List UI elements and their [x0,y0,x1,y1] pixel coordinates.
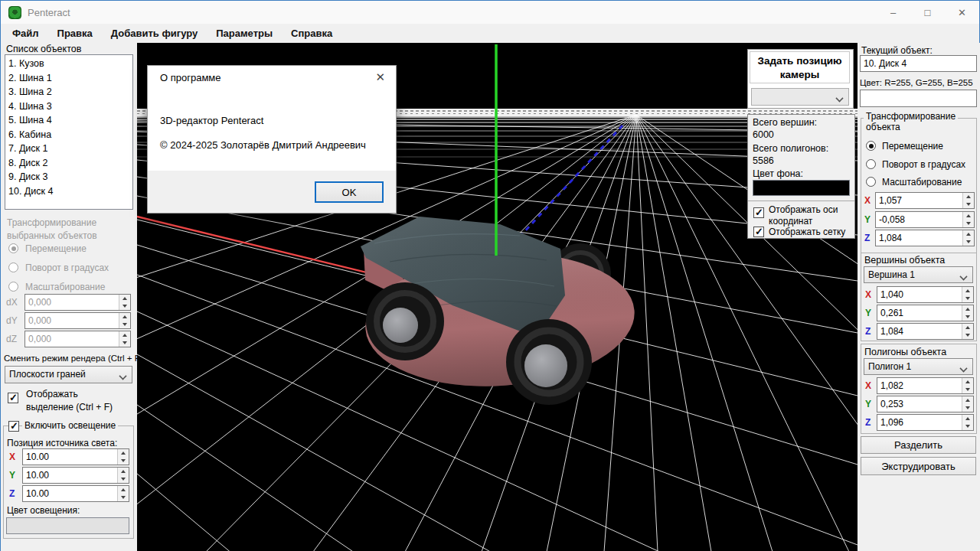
set-camera-position-button[interactable]: Задать позицию камеры [750,51,850,83]
spinner-down-icon[interactable] [962,386,973,393]
polygon-x-spinner[interactable]: 1,082 [877,377,974,394]
current-object-field[interactable]: 10. Диск 4 [860,55,977,72]
dx-spinner[interactable]: 0,000 [24,294,131,311]
list-item[interactable]: 9. Диск 3 [5,170,132,184]
dz-value[interactable]: 0,000 [28,334,51,344]
menu-edit[interactable]: Правка [48,24,102,43]
spinner-down-icon[interactable] [962,422,973,430]
dy-value[interactable]: 0,000 [28,315,51,326]
list-item[interactable]: 4. Шина 3 [5,99,132,114]
spinner-down-icon[interactable] [118,457,129,465]
radio-scale-object[interactable] [866,177,876,187]
radio-rotate-selected[interactable] [8,262,18,272]
light-x-spinner[interactable]: 10.00 [22,448,129,465]
close-button[interactable]: ✕ [945,1,979,24]
spinner-up-icon[interactable] [962,324,973,331]
maximize-button[interactable]: □ [910,1,945,24]
object-y-spinner[interactable]: -0,058 [875,211,975,228]
menu-add-figure[interactable]: Добавить фигуру [102,24,207,43]
dz-spinner[interactable]: 0,000 [24,331,131,347]
list-item[interactable]: 1. Кузов [5,57,132,71]
spinner-up-icon[interactable] [962,305,973,313]
render-mode-combo[interactable]: Плоскости граней [5,366,132,383]
spinner-up-icon[interactable] [962,378,973,386]
spinner-down-icon[interactable] [962,404,973,412]
list-item[interactable]: 5. Шина 4 [5,113,132,128]
dx-value[interactable]: 0,000 [28,297,51,308]
vertex-combo[interactable]: Вершина 1 [864,266,973,283]
light-y-spinner[interactable]: 10.00 [22,467,129,484]
enable-lighting-checkbox[interactable] [8,421,19,432]
vertex-y-spinner[interactable]: 0,261 [877,305,974,321]
light-z-value[interactable]: 10.00 [26,488,49,499]
ok-button[interactable]: OK [315,181,384,203]
show-selection-checkbox[interactable] [8,393,18,403]
radio-move-selected[interactable] [8,243,18,253]
light-z-spinner[interactable]: 10.00 [22,485,129,502]
radio-move-object[interactable] [866,141,876,151]
dy-spinner[interactable]: 0,000 [24,312,131,329]
spinner-up-icon[interactable] [118,486,129,494]
polygon-z-value[interactable]: 1,096 [880,417,903,428]
spinner-up-icon[interactable] [118,468,129,475]
spinner-up-icon[interactable] [118,449,129,457]
spinner-up-icon[interactable] [963,193,974,201]
spinner-down-icon[interactable] [963,238,974,246]
vertex-z-value[interactable]: 1,084 [880,326,903,337]
object-color-field[interactable] [860,90,977,107]
divide-button[interactable]: Разделить [861,436,976,454]
list-item[interactable]: 2. Шина 1 [5,71,132,86]
vertex-z-spinner[interactable]: 1,084 [877,323,974,340]
spinner-up-icon[interactable] [962,287,973,295]
object-z-spinner[interactable]: 1,084 [875,230,975,246]
object-y-value[interactable]: -0,058 [879,214,905,225]
spinner-up-icon[interactable] [963,230,974,238]
spinner-down-icon[interactable] [963,220,974,227]
list-item[interactable]: 6. Кабина [5,128,132,142]
spinner-up-icon[interactable] [119,331,130,339]
objects-listbox[interactable]: 1. Кузов 2. Шина 1 3. Шина 2 4. Шина 3 5… [5,54,133,210]
spinner-up-icon[interactable] [119,313,130,321]
spinner-up-icon[interactable] [963,212,974,220]
show-grid-checkbox[interactable] [753,227,764,237]
menu-help[interactable]: Справка [282,24,341,43]
spinner-down-icon[interactable] [118,475,129,483]
spinner-up-icon[interactable] [962,396,973,404]
light-x-value[interactable]: 10.00 [26,452,49,462]
polygon-y-value[interactable]: 0,253 [880,399,903,409]
extrude-button[interactable]: Экструдировать [861,457,976,475]
spinner-up-icon[interactable] [962,415,973,422]
list-item[interactable]: 3. Шина 2 [5,85,132,99]
list-item[interactable]: 8. Диск 2 [5,156,132,171]
spinner-down-icon[interactable] [962,313,973,321]
vertex-x-spinner[interactable]: 1,040 [877,286,974,303]
list-item[interactable]: 10. Диск 4 [5,184,132,199]
polygon-y-spinner[interactable]: 0,253 [877,396,974,412]
spinner-down-icon[interactable] [119,302,130,310]
object-x-spinner[interactable]: 1,057 [875,192,975,209]
camera-position-combo[interactable] [751,88,849,106]
spinner-down-icon[interactable] [962,331,973,339]
menu-parameters[interactable]: Параметры [207,24,282,43]
radio-rotate-object[interactable] [866,159,876,169]
polygon-x-value[interactable]: 1,082 [880,380,903,391]
vertex-y-value[interactable]: 0,261 [880,308,903,318]
radio-scale-selected[interactable] [8,282,18,292]
spinner-down-icon[interactable] [119,321,130,328]
object-z-value[interactable]: 1,084 [879,233,902,243]
list-item[interactable]: 7. Диск 1 [5,142,132,156]
spinner-down-icon[interactable] [963,201,974,208]
polygon-z-spinner[interactable]: 1,096 [877,414,974,431]
light-color-swatch[interactable] [6,517,129,534]
menu-file[interactable]: Файл [3,24,48,43]
vertex-x-value[interactable]: 1,040 [880,289,903,300]
polygon-combo[interactable]: Полигон 1 [864,358,973,375]
minimize-button[interactable]: – [876,1,910,24]
spinner-up-icon[interactable] [119,295,130,302]
object-x-value[interactable]: 1,057 [879,195,902,206]
spinner-down-icon[interactable] [962,295,973,302]
dialog-close-icon[interactable]: ✕ [375,70,385,84]
spinner-down-icon[interactable] [118,494,129,501]
spinner-down-icon[interactable] [119,339,130,347]
light-y-value[interactable]: 10.00 [26,470,49,481]
